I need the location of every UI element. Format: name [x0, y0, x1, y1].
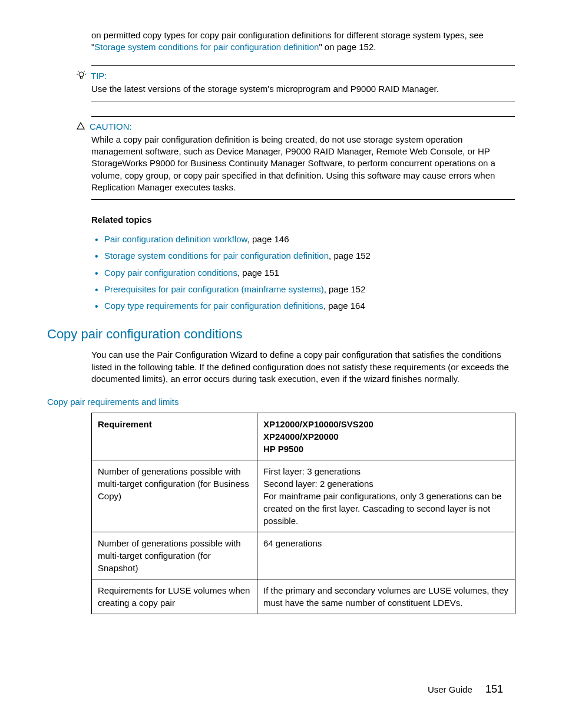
caution-icon — [77, 122, 85, 130]
table-row: Number of generations possible with mult… — [92, 532, 515, 579]
cell-value: If the primary and secondary volumes are… — [257, 579, 515, 614]
tip-body: Use the latest versions of the storage s… — [91, 83, 515, 95]
table-row: Number of generations possible with mult… — [92, 460, 515, 532]
cell-requirement: Number of generations possible with mult… — [92, 532, 257, 579]
related-suffix: , page 151 — [237, 268, 279, 278]
intro-link[interactable]: Storage system conditions for pair confi… — [94, 42, 319, 52]
table-row: Requirements for LUSE volumes when creat… — [92, 579, 515, 614]
table-caption: Copy pair requirements and limits — [47, 397, 515, 407]
caution-callout: CAUTION: While a copy pair configuration… — [91, 116, 515, 200]
cell-value: 64 generations — [257, 532, 515, 579]
page-footer: User Guide 151 — [428, 683, 503, 696]
header-line: HP P9500 — [263, 444, 303, 454]
header-requirement: Requirement — [92, 413, 257, 460]
list-item: Prerequisites for pair configuration (ma… — [91, 284, 515, 295]
table-header-row: Requirement XP12000/XP10000/SVS200 XP240… — [92, 413, 515, 460]
intro-paragraph: on permitted copy types for copy pair co… — [91, 29, 515, 54]
lightbulb-icon — [77, 71, 86, 80]
related-topics-list: Pair configuration definition workflow, … — [91, 233, 515, 312]
related-link[interactable]: Prerequisites for pair configuration (ma… — [104, 284, 324, 294]
related-suffix: , page 152 — [324, 284, 366, 294]
svg-line-6 — [78, 71, 79, 73]
section-heading: Copy pair configuration conditions — [47, 327, 515, 342]
list-item: Pair configuration definition workflow, … — [91, 233, 515, 245]
related-link[interactable]: Copy type requirements for pair configur… — [104, 301, 323, 311]
cell-requirement: Number of generations possible with mult… — [92, 460, 257, 532]
related-link[interactable]: Storage system conditions for pair confi… — [104, 251, 329, 261]
svg-marker-8 — [77, 123, 84, 129]
related-link[interactable]: Pair configuration definition workflow — [104, 234, 247, 244]
footer-label: User Guide — [428, 684, 472, 694]
value-line: For mainframe pair configurations, only … — [263, 491, 501, 526]
cell-value: First layer: 3 generations Second layer:… — [257, 460, 515, 532]
list-item: Storage system conditions for pair confi… — [91, 250, 515, 262]
header-systems: XP12000/XP10000/SVS200 XP24000/XP20000 H… — [257, 413, 515, 460]
caution-label: CAUTION: — [90, 121, 132, 131]
related-suffix: , page 152 — [329, 251, 371, 261]
value-line: First layer: 3 generations — [263, 466, 361, 476]
svg-line-7 — [84, 71, 85, 73]
related-suffix: , page 164 — [323, 301, 365, 311]
requirements-table: Requirement XP12000/XP10000/SVS200 XP240… — [91, 413, 515, 614]
value-line: Second layer: 2 generations — [263, 479, 373, 489]
list-item: Copy pair configuration conditions, page… — [91, 267, 515, 279]
header-line: XP24000/XP20000 — [263, 431, 339, 442]
intro-text-after: " on page 152. — [319, 42, 376, 52]
caution-body: While a copy pair configuration definiti… — [91, 134, 515, 193]
list-item: Copy type requirements for pair configur… — [91, 300, 515, 312]
tip-label: TIP: — [91, 71, 107, 81]
related-link[interactable]: Copy pair configuration conditions — [104, 268, 237, 278]
related-suffix: , page 146 — [247, 234, 289, 244]
header-line: XP12000/XP10000/SVS200 — [263, 419, 373, 429]
cell-requirement: Requirements for LUSE volumes when creat… — [92, 579, 257, 614]
related-topics-heading: Related topics — [91, 215, 515, 225]
svg-point-0 — [79, 72, 84, 77]
tip-callout: TIP: Use the latest versions of the stor… — [91, 65, 515, 101]
section-body: You can use the Pair Configuration Wizar… — [91, 349, 515, 385]
page-number: 151 — [485, 683, 503, 695]
